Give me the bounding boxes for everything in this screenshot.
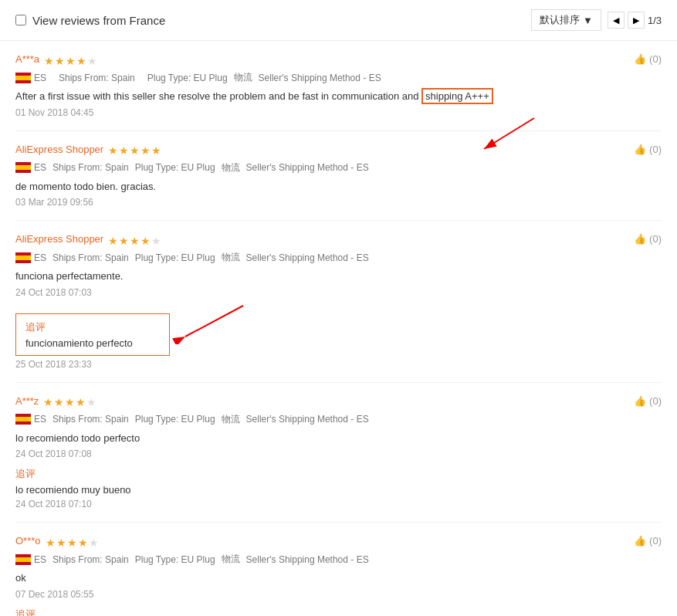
- star-4: ★: [140, 235, 151, 247]
- shipping-method: Seller's Shipping Method - ES: [246, 414, 369, 425]
- star-2: ★: [56, 536, 66, 549]
- stars: ★ ★ ★ ★ ★: [46, 536, 99, 549]
- thumbs-up-icon: 👍: [634, 144, 646, 155]
- star-4: ★: [76, 396, 86, 408]
- like-button[interactable]: 👍 (0): [634, 144, 662, 155]
- country-flag: ES: [15, 162, 46, 173]
- highlighted-text: shipping A+++: [421, 88, 493, 104]
- page-info: 1/3: [648, 15, 662, 26]
- plug-type-value: EU Plug: [181, 554, 215, 565]
- follow-up-date: 24 Oct 2018 07:10: [15, 499, 662, 509]
- like-button[interactable]: 👍 (0): [634, 395, 662, 407]
- review-stars-row: AliExpress Shopper ★ ★ ★ ★ ★: [15, 233, 662, 248]
- plug-type-value: EU Plug: [181, 252, 215, 263]
- review-stars-row: AliExpress Shopper ★ ★ ★ ★ ★: [15, 144, 662, 158]
- ships-from-value: Spain: [105, 162, 129, 173]
- shipping-method: Seller's Shipping Method - ES: [246, 252, 369, 263]
- ships-from: Ships From: Spain: [52, 414, 129, 425]
- france-filter-checkbox[interactable]: [15, 15, 26, 25]
- review-top-line: A***a ★ ★ ★ ★ ★ ES Ships From: S: [15, 53, 662, 118]
- review-text: lo recomiendo todo perfecto: [15, 431, 662, 446]
- star-3: ★: [130, 144, 140, 157]
- plug-type: Plug Type: EU Plug: [135, 162, 215, 173]
- reviews-list: A***a ★ ★ ★ ★ ★ ES Ships From: S: [0, 41, 677, 616]
- star-1: ★: [108, 144, 118, 157]
- shipping-method: Seller's Shipping Method - ES: [246, 162, 369, 173]
- follow-up-section: 追评 perfecto 03 Jan 2019 12:30: [15, 608, 662, 617]
- like-button[interactable]: 👍 (0): [634, 53, 662, 65]
- star-1: ★: [43, 396, 53, 408]
- follow-up-arrow-annotation: [170, 298, 247, 347]
- star-3: ★: [66, 55, 76, 67]
- star-3: ★: [130, 235, 140, 247]
- country-code: ES: [34, 73, 46, 83]
- sort-button[interactable]: 默认排序 ▼: [531, 9, 601, 31]
- spain-flag-icon: [15, 73, 31, 83]
- next-page-button[interactable]: ▶: [628, 12, 645, 29]
- review-text: de momento todo bien. gracias.: [15, 179, 662, 195]
- table-row: AliExpress Shopper ★ ★ ★ ★ ★ ES Ships Fr…: [15, 131, 662, 222]
- thumbs-up-icon: 👍: [634, 535, 646, 547]
- thumbs-up-icon: 👍: [634, 53, 646, 65]
- thumbs-up-icon: 👍: [634, 233, 646, 245]
- plug-type-value: EU Plug: [194, 73, 228, 83]
- review-text: funciona perfectamente.: [15, 269, 662, 284]
- spain-flag-icon: [15, 162, 31, 173]
- reviewer-name: AliExpress Shopper: [15, 233, 103, 245]
- follow-up-text: lo recomiendo muy bueno: [15, 484, 662, 496]
- country-code: ES: [34, 414, 46, 425]
- thumbs-up-icon: 👍: [634, 395, 646, 407]
- follow-up-text: funcionamiento perfecto: [25, 337, 160, 349]
- star-5: ★: [86, 396, 96, 408]
- follow-up-label: 追评: [15, 467, 662, 481]
- reviewer-name: AliExpress Shopper: [15, 144, 103, 155]
- stars: ★ ★ ★ ★ ★: [108, 235, 161, 247]
- prev-page-button[interactable]: ◀: [608, 12, 625, 29]
- spain-flag-icon: [15, 554, 31, 565]
- table-row: O***o ★ ★ ★ ★ ★ ES Ships From: Spain Plu…: [15, 523, 662, 616]
- shipping-label: 物流: [222, 161, 240, 174]
- sort-label: 默认排序: [540, 13, 580, 27]
- country-code: ES: [34, 554, 46, 565]
- follow-up-box: 追评 funcionamiento perfecto: [15, 313, 170, 356]
- star-1: ★: [108, 235, 118, 247]
- like-button[interactable]: 👍 (0): [634, 535, 662, 547]
- pagination: ◀ ▶ 1/3: [608, 12, 662, 29]
- like-button[interactable]: 👍 (0): [634, 233, 662, 245]
- like-count: (0): [649, 395, 662, 407]
- star-5: ★: [89, 536, 99, 549]
- table-row: A***z ★ ★ ★ ★ ★ ES Ships From: Spain Plu…: [15, 383, 662, 523]
- reviews-header: View reviews from France 默认排序 ▼ ◀ ▶ 1/3: [0, 0, 677, 41]
- star-2: ★: [119, 144, 129, 157]
- star-2: ★: [119, 235, 129, 247]
- shipping-label: 物流: [222, 251, 240, 264]
- shipping-method: Seller's Shipping Method - ES: [246, 554, 369, 565]
- review-meta: ES Ships From: Spain Plug Type: EU Plug …: [15, 553, 662, 566]
- star-5: ★: [151, 235, 161, 247]
- review-meta: ES Ships From: Spain Plug Type: EU Plug …: [15, 161, 662, 174]
- review-text: After a first issue with this seller she…: [15, 89, 493, 104]
- ships-from-value: Spain: [105, 554, 129, 565]
- ships-from-value: Spain: [105, 414, 129, 425]
- shipping-method: Seller's Shipping Method - ES: [259, 73, 381, 83]
- header-left: View reviews from France: [15, 14, 165, 27]
- review-date: 24 Oct 2018 07:03: [15, 287, 662, 298]
- plug-type: Plug Type: EU Plug: [147, 73, 228, 83]
- country-code: ES: [34, 252, 46, 263]
- star-4: ★: [76, 55, 86, 67]
- table-row: A***a ★ ★ ★ ★ ★ ES Ships From: S: [15, 41, 662, 131]
- plug-type: Plug Type: EU Plug: [135, 252, 215, 263]
- follow-up-label: 追评: [15, 608, 662, 617]
- stars: ★ ★ ★ ★ ★: [44, 55, 97, 67]
- shipping-label: 物流: [222, 413, 240, 426]
- review-stars-row: O***o ★ ★ ★ ★ ★: [15, 535, 662, 550]
- country-flag: ES: [15, 252, 46, 263]
- shipping-label: 物流: [234, 71, 252, 84]
- follow-up-section: 追评 funcionamiento perfecto 25 Oct 2018 2…: [15, 306, 662, 370]
- stars: ★ ★ ★ ★ ★: [43, 396, 96, 408]
- star-2: ★: [55, 55, 65, 67]
- country-code: ES: [34, 162, 46, 173]
- header-right: 默认排序 ▼ ◀ ▶ 1/3: [531, 9, 662, 31]
- svg-line-3: [185, 306, 243, 337]
- shipping-label: 物流: [222, 553, 240, 566]
